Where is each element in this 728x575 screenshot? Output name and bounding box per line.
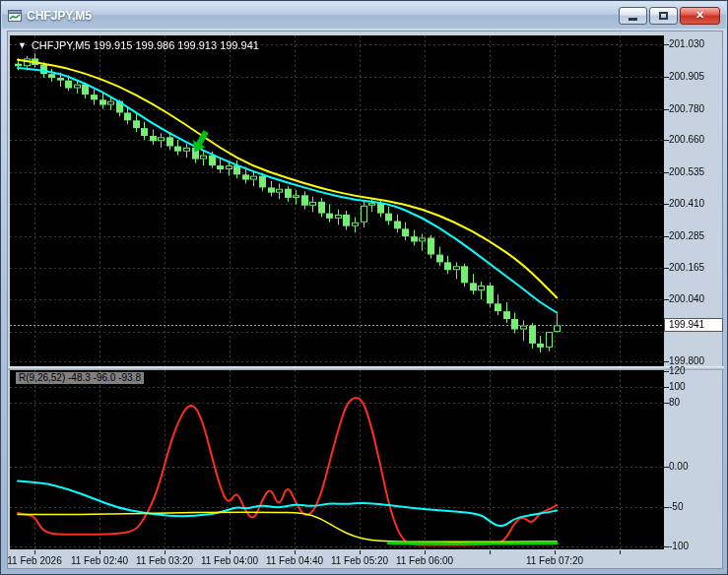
- window-controls: ✕: [619, 7, 720, 25]
- indicator-tick-label: 120: [669, 365, 686, 377]
- mt4-chart-window: CHFJPY,M5 ✕ ▼ CHFJPY,M5 199.915 199.986 …: [0, 0, 728, 575]
- time-tick-label: 11 Feb 07:20: [526, 555, 583, 566]
- maximize-button[interactable]: [649, 7, 678, 25]
- panel-divider[interactable]: [8, 366, 724, 370]
- indicator-tick-label: -50: [669, 501, 683, 513]
- chart-area: ▼ CHFJPY,M5 199.915 199.986 199.913 199.…: [7, 31, 723, 569]
- minimize-icon: [629, 18, 637, 21]
- price-tick-label: 201.030: [669, 38, 704, 50]
- ohlc-text: CHFJPY,M5 199.915 199.986 199.913 199.94…: [32, 39, 259, 51]
- window-title: CHFJPY,M5: [27, 9, 92, 23]
- price-scale[interactable]: 199.941 201.030200.905200.780200.660200.…: [664, 32, 724, 570]
- time-tick-label: 11 Feb 05:20: [331, 555, 388, 566]
- maximize-icon: [659, 12, 668, 20]
- chart-window-icon: [8, 10, 22, 22]
- current-price-box: 199.941: [664, 318, 723, 332]
- close-icon: ✕: [695, 10, 704, 21]
- collapse-arrow-icon[interactable]: ▼: [18, 40, 27, 50]
- time-tick-label: 11 Feb 06:00: [396, 555, 453, 566]
- price-tick-label: 200.660: [669, 134, 704, 146]
- minimize-button[interactable]: [619, 7, 647, 25]
- title-bar[interactable]: CHFJPY,M5 ✕: [2, 2, 726, 29]
- ohlc-label: ▼ CHFJPY,M5 199.915 199.986 199.913 199.…: [18, 39, 259, 51]
- time-tick-label: 11 Feb 04:40: [266, 555, 323, 566]
- price-tick-label: 200.410: [669, 198, 704, 210]
- indicator-tick-label: 0.00: [669, 461, 688, 473]
- price-tick-label: 200.165: [669, 262, 704, 274]
- price-tick-label: 200.535: [669, 166, 704, 178]
- time-tick-label: 11 Feb 2026: [7, 555, 61, 566]
- price-tick-label: 200.780: [669, 103, 704, 115]
- price-chart-canvas[interactable]: [8, 32, 724, 570]
- indicator-tick-label: 100: [669, 381, 686, 393]
- price-tick-label: 200.285: [669, 230, 704, 242]
- price-tick-label: 200.905: [669, 71, 704, 83]
- time-tick-label: 11 Feb 04:00: [201, 555, 258, 566]
- indicator-label: R(9,26,52) -48.3 -96.0 -93.8: [16, 372, 144, 384]
- indicator-tick-label: 80: [669, 397, 680, 409]
- time-tick-label: 11 Feb 02:40: [71, 555, 128, 566]
- price-tick-label: 200.040: [669, 293, 704, 305]
- time-tick-label: 11 Feb 03:20: [136, 555, 193, 566]
- indicator-tick-label: -100: [669, 541, 689, 552]
- close-button[interactable]: ✕: [680, 7, 720, 25]
- time-axis[interactable]: 11 Feb 202611 Feb 02:4011 Feb 03:2011 Fe…: [8, 549, 664, 570]
